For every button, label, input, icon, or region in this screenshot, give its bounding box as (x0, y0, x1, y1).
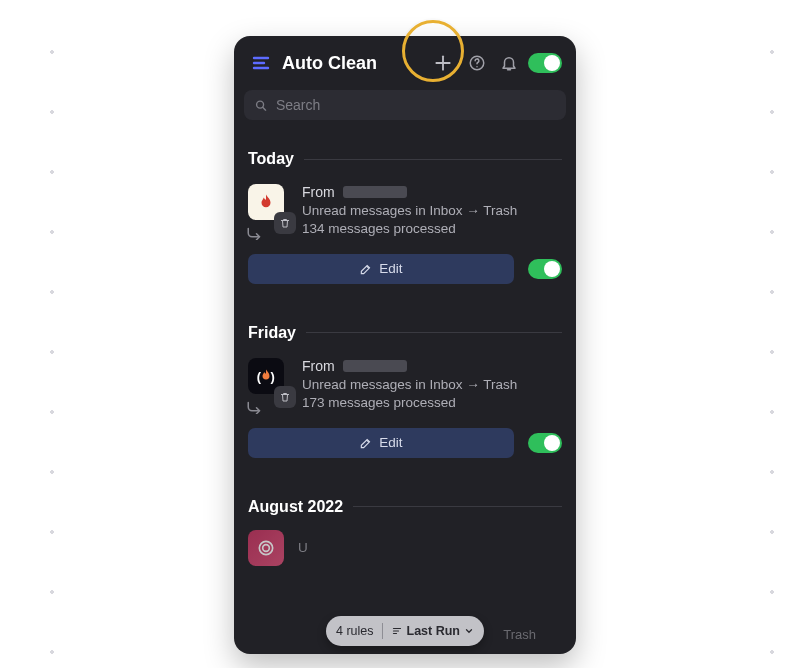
rule-count: 173 messages processed (302, 395, 562, 410)
section-title: Friday (248, 324, 296, 342)
rule-partial-text: U (298, 540, 308, 555)
rule-toggle[interactable] (528, 433, 562, 453)
edit-label: Edit (379, 261, 402, 276)
svg-text:(: ( (257, 368, 262, 383)
section-title: August 2022 (248, 498, 343, 516)
pill-divider (382, 623, 383, 639)
bell-icon[interactable] (496, 50, 522, 76)
trash-badge-icon (274, 212, 296, 234)
rule-avatar-wrap: ( ) (248, 358, 288, 398)
section-title: Today (248, 150, 294, 168)
svg-point-6 (476, 66, 478, 68)
master-toggle[interactable] (528, 53, 562, 73)
section-august: August 2022 U (234, 480, 576, 586)
panel-title: Auto Clean (282, 53, 377, 74)
svg-point-12 (263, 544, 270, 551)
footer-pill[interactable]: 4 rules Last Run (326, 616, 484, 646)
search-icon (254, 98, 268, 113)
panel-header: Auto Clean (234, 36, 576, 84)
svg-point-11 (259, 541, 272, 554)
from-redacted (343, 360, 407, 372)
reply-arrow-icon (246, 226, 264, 244)
rule-item: From Unread messages in Inbox → Trash 13… (248, 182, 562, 244)
search-field[interactable] (244, 90, 566, 120)
search-input[interactable] (276, 97, 556, 113)
rule-avatar-wrap (248, 184, 288, 224)
section-divider (353, 506, 562, 507)
edit-icon (359, 436, 373, 450)
from-label: From (302, 184, 335, 200)
chevron-down-icon (464, 626, 474, 636)
from-label: From (302, 358, 335, 374)
sort-label: Last Run (407, 624, 460, 638)
help-icon[interactable] (464, 50, 490, 76)
edit-button[interactable]: Edit (248, 254, 514, 284)
sort-selector[interactable]: Last Run (391, 624, 474, 638)
search-wrap (244, 90, 566, 120)
section-today: Today From Unread messages i (234, 132, 576, 306)
sort-icon (391, 625, 403, 637)
edit-label: Edit (379, 435, 402, 450)
rule-description: Unread messages in Inbox → Trash (302, 376, 562, 395)
rule-toggle[interactable] (528, 259, 562, 279)
section-divider (306, 332, 562, 333)
from-redacted (343, 186, 407, 198)
section-friday: Friday ( ) (234, 306, 576, 480)
rule-item-partial: U (248, 530, 562, 566)
rules-count: 4 rules (336, 624, 374, 638)
reply-arrow-icon (246, 400, 264, 418)
add-rule-button[interactable] (428, 48, 458, 78)
menu-icon[interactable] (248, 50, 274, 76)
section-divider (304, 159, 562, 160)
edit-icon (359, 262, 373, 276)
rule-count: 134 messages processed (302, 221, 562, 236)
flame-paren-icon: ( ) (255, 365, 277, 387)
edit-button[interactable]: Edit (248, 428, 514, 458)
svg-line-8 (263, 107, 266, 110)
rule-item: ( ) From Unread messages in Inbox → (248, 356, 562, 418)
sender-avatar (248, 530, 284, 566)
trash-badge-icon (274, 386, 296, 408)
spiral-icon (256, 538, 276, 558)
rule-description: Unread messages in Inbox → Trash (302, 202, 562, 221)
svg-text:): ) (271, 368, 275, 383)
partial-trailing-text: Trash (503, 627, 536, 642)
auto-clean-panel: Auto Clean Today (234, 36, 576, 654)
flame-icon (257, 193, 275, 211)
